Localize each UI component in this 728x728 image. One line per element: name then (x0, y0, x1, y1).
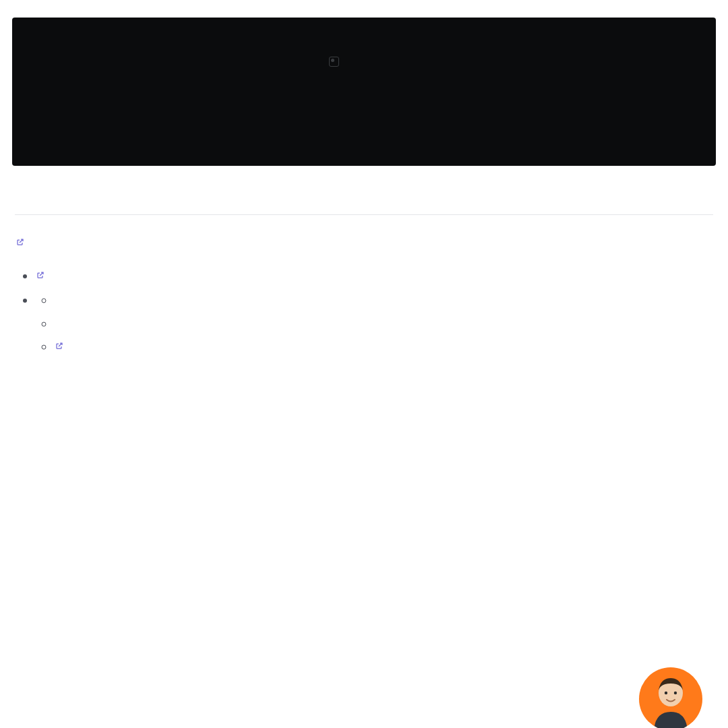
avatar-illustration (647, 673, 694, 728)
governance-proposal-link[interactable] (35, 268, 44, 282)
svg-point-1 (665, 692, 667, 694)
external-link-icon (55, 342, 63, 350)
uses-sub-3 (54, 336, 713, 357)
fees-revenue-chart (12, 18, 716, 166)
bip-371-link[interactable] (15, 235, 24, 249)
uses-section (12, 209, 716, 357)
uses-bullet-1 (35, 266, 713, 286)
uses-sub-2 (54, 313, 713, 334)
uses-sub-1 (54, 290, 713, 311)
uses-intro (15, 233, 713, 253)
uses-heading (15, 209, 713, 215)
uses-bullet-2 (35, 290, 713, 357)
chart-plot-area (38, 24, 712, 148)
core-pools-link[interactable] (54, 339, 63, 353)
svg-point-2 (674, 692, 677, 694)
avatar (639, 667, 702, 728)
external-link-icon (36, 271, 44, 279)
external-link-icon (16, 238, 24, 246)
